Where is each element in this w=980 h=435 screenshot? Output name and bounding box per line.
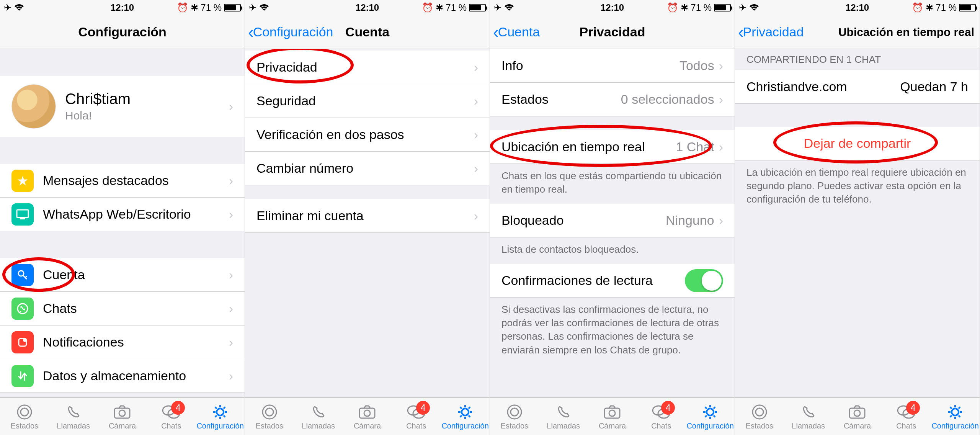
livelocation-row[interactable]: Ubicación en tiempo real 1 Chat › xyxy=(490,130,735,164)
chevron-right-icon: › xyxy=(719,139,723,154)
tab-configuracion[interactable]: Configuración xyxy=(686,402,735,430)
profile-status: Hola! xyxy=(65,109,229,122)
section-header: COMPARTIENDO EN 1 CHAT xyxy=(735,49,980,70)
profile-name: Chri$tiam xyxy=(65,90,229,108)
battery-pct: 71 % xyxy=(201,2,222,13)
svg-point-9 xyxy=(119,410,125,416)
svg-point-26 xyxy=(707,409,714,415)
chevron-right-icon: › xyxy=(229,99,233,114)
chats-row[interactable]: Chats › xyxy=(0,292,245,325)
readreceipts-row[interactable]: Confirmaciones de lectura xyxy=(490,264,735,298)
chats-badge: 4 xyxy=(416,401,430,415)
status-ring-icon xyxy=(505,402,524,422)
tab-chats[interactable]: Chats4 xyxy=(882,402,931,430)
status-ring-icon xyxy=(15,402,34,422)
tab-configuracion[interactable]: Configuración xyxy=(931,402,980,430)
data-icon xyxy=(11,365,34,387)
camera-icon xyxy=(603,402,622,422)
account-row[interactable]: Cuenta › xyxy=(0,258,245,292)
tab-configuracion[interactable]: Configuración xyxy=(441,402,490,430)
tab-camara[interactable]: Cámara xyxy=(588,402,637,430)
tab-llamadas[interactable]: Llamadas xyxy=(784,402,833,430)
svg-point-7 xyxy=(21,408,28,416)
stopsharing-button[interactable]: Dejar de compartir xyxy=(735,127,980,160)
alarm-icon: ⏰ xyxy=(667,2,678,13)
alarm-icon: ⏰ xyxy=(912,2,923,13)
tab-chats[interactable]: Chats 4 xyxy=(147,402,196,430)
svg-point-28 xyxy=(756,408,763,416)
changenumber-row[interactable]: Cambiar número› xyxy=(245,152,490,185)
svg-point-14 xyxy=(266,408,273,416)
svg-rect-1 xyxy=(20,218,25,219)
sharedchat-row[interactable]: Christiandve.comQuedan 7 h xyxy=(735,70,980,104)
blocked-row[interactable]: BloqueadoNinguno› xyxy=(490,204,735,237)
tab-estados[interactable]: Estados xyxy=(0,402,49,430)
notifications-row[interactable]: Notificaciones › xyxy=(0,325,245,359)
deleteaccount-row[interactable]: Eliminar mi cuenta› xyxy=(245,199,490,233)
nav-bar: Configuración xyxy=(0,15,245,49)
svg-point-12 xyxy=(217,409,224,415)
twostep-row[interactable]: Verificación en dos pasos› xyxy=(245,118,490,152)
phone-icon xyxy=(309,402,328,422)
bluetooth-icon: ✱ xyxy=(681,2,688,13)
starred-row[interactable]: ★ Mensajes destacados › xyxy=(0,164,245,198)
page-title: Privacidad xyxy=(580,25,645,39)
svg-point-27 xyxy=(753,405,766,419)
tab-llamadas[interactable]: Llamadas xyxy=(294,402,343,430)
airplane-icon: ✈ xyxy=(249,2,256,13)
back-button[interactable]: ‹Configuración xyxy=(248,24,333,41)
tab-camara[interactable]: Cámara xyxy=(833,402,882,430)
tab-camara[interactable]: Cámara xyxy=(343,402,392,430)
gear-icon xyxy=(456,402,475,422)
svg-point-19 xyxy=(462,409,469,415)
back-button[interactable]: ‹Cuenta xyxy=(493,24,540,41)
key-icon xyxy=(11,264,34,286)
tab-chats[interactable]: Chats4 xyxy=(392,402,441,430)
blocked-footer: Lista de contactos bloqueados. xyxy=(490,237,735,260)
security-row[interactable]: Seguridad› xyxy=(245,84,490,118)
chats-badge: 4 xyxy=(171,401,185,415)
data-row[interactable]: Datos y almacenamiento › xyxy=(0,359,245,393)
readreceipts-toggle[interactable] xyxy=(685,269,723,292)
svg-point-23 xyxy=(609,410,615,416)
status-bar: ✈ 12:10 ⏰ ✱ 71 % xyxy=(0,0,245,15)
tab-estados[interactable]: Estados xyxy=(245,402,294,430)
chevron-right-icon: › xyxy=(229,207,233,222)
tab-llamadas[interactable]: Llamadas xyxy=(539,402,588,430)
back-button[interactable]: ‹Privacidad xyxy=(738,24,804,41)
camera-icon xyxy=(113,402,132,422)
chevron-right-icon: › xyxy=(229,267,233,282)
tab-bar: Estados Llamadas Cámara Chats4 Configura… xyxy=(735,397,980,435)
avatar xyxy=(11,84,56,129)
page-title: Configuración xyxy=(78,25,166,39)
tab-chats[interactable]: Chats4 xyxy=(637,402,686,430)
svg-point-33 xyxy=(952,409,959,415)
nav-bar: ‹Configuración Cuenta xyxy=(245,15,490,49)
battery-icon xyxy=(224,4,241,11)
web-row[interactable]: WhatsApp Web/Escritorio › xyxy=(0,198,245,231)
airplane-icon: ✈ xyxy=(494,2,501,13)
tab-estados[interactable]: Estados xyxy=(490,402,539,430)
tab-bar: Estados Llamadas Cámara Chats4 Configura… xyxy=(490,397,735,435)
notification-icon xyxy=(11,331,34,353)
tab-configuracion[interactable]: Configuración xyxy=(196,402,245,430)
privacy-row[interactable]: Privacidad › xyxy=(245,51,490,84)
status-time: 12:10 xyxy=(111,2,134,13)
gear-icon xyxy=(701,402,720,422)
alarm-icon: ⏰ xyxy=(177,2,188,13)
tab-camara[interactable]: Cámara xyxy=(98,402,147,430)
readreceipts-footer: Si desactivas las confirmaciones de lect… xyxy=(490,298,735,360)
chevron-right-icon: › xyxy=(229,335,233,350)
status-time: 12:10 xyxy=(846,2,869,13)
states-row[interactable]: Estados0 seleccionados› xyxy=(490,83,735,116)
desktop-icon xyxy=(11,203,34,226)
tab-estados[interactable]: Estados xyxy=(735,402,784,430)
screen-account: ✈ 12:10 ⏰✱71 % ‹Configuración Cuenta Pri… xyxy=(245,0,490,435)
status-time: 12:10 xyxy=(601,2,624,13)
chevron-right-icon: › xyxy=(229,301,233,316)
info-row[interactable]: InfoTodos› xyxy=(490,49,735,83)
tab-llamadas[interactable]: Llamadas xyxy=(49,402,98,430)
profile-row[interactable]: Chri$tiam Hola! › xyxy=(0,76,245,137)
bluetooth-icon: ✱ xyxy=(191,2,198,13)
phone-icon xyxy=(64,402,83,422)
